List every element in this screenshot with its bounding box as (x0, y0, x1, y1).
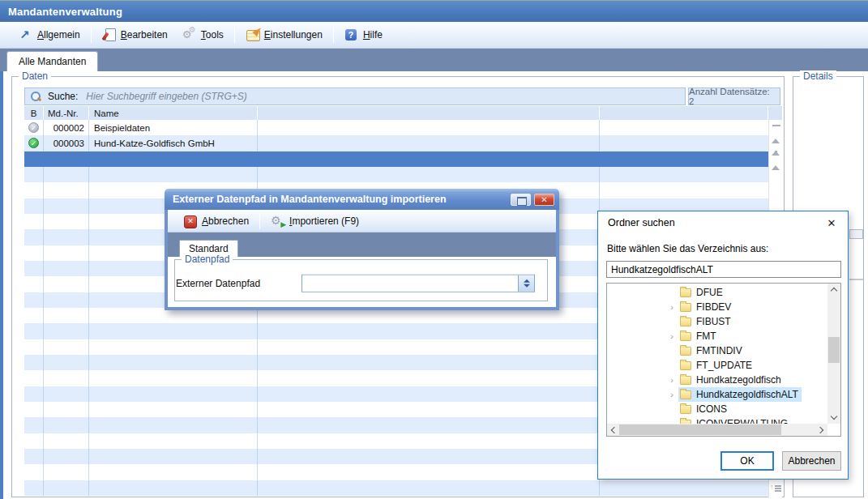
details-legend: Details (800, 70, 836, 82)
menu-item-allgemein[interactable]: Allgemein (11, 25, 88, 45)
toolbar-divider (259, 213, 260, 229)
path-spinner-button[interactable] (518, 275, 534, 292)
column-header-empty1[interactable] (258, 106, 600, 120)
search-label: Suche: (48, 91, 78, 102)
search-bar[interactable]: Suche: (24, 87, 686, 105)
tree-item-FIBUST[interactable]: FIBUST (607, 314, 827, 329)
tree-item-FT_UPDATE[interactable]: FT_UPDATE (607, 358, 827, 373)
sort-icon[interactable] (771, 484, 781, 493)
toolbar-divider (333, 27, 334, 43)
vertical-scrollbar-thumb[interactable] (828, 337, 840, 363)
folder-icon (680, 288, 691, 297)
gears-icon (182, 28, 197, 41)
import-dialog-titlebar[interactable]: Externer Datenpfad in Mandantenverwaltun… (165, 189, 559, 210)
menu-item-tools[interactable]: Tools (175, 25, 231, 45)
tab-strip: Alle Mandanten (0, 49, 868, 71)
main-titlebar: Mandantenverwaltung (0, 0, 868, 22)
tab-alle-mandanten[interactable]: Alle Mandanten (6, 51, 98, 71)
daten-legend: Daten (19, 70, 51, 82)
scroll-left-icon[interactable] (607, 424, 619, 436)
folder-name-input[interactable] (606, 261, 841, 278)
table-row[interactable] (24, 167, 768, 182)
form-icon (246, 28, 260, 41)
column-header-nav (768, 106, 782, 120)
tree-item-FMTINDIV[interactable]: FMTINDIV (607, 343, 827, 358)
horizontal-scrollbar-thumb[interactable] (619, 424, 781, 435)
folder-dialog-prompt: Bitte wählen Sie das Verzeichnis aus: (607, 243, 768, 254)
tree-item-DFUE[interactable]: DFUE (607, 285, 827, 300)
record-count-badge: Anzahl Datensätze: 2 (688, 87, 780, 105)
import-dialog-body: Abbrechen Importieren (F9) Standard Date… (165, 210, 559, 310)
abbrechen-button[interactable]: Abbrechen (782, 451, 841, 471)
vertical-scrollbar[interactable] (827, 284, 840, 424)
expand-chevron-icon[interactable]: › (665, 375, 678, 385)
column-header-empty2[interactable] (600, 106, 768, 120)
tree-item-Hundkatzegoldfisch[interactable]: ›Hundkatzegoldfisch (607, 373, 827, 387)
horizontal-scrollbar[interactable] (607, 424, 827, 436)
menu-item-einstellungen[interactable]: Einstellungen (238, 25, 330, 45)
search-input[interactable] (86, 91, 680, 102)
main-toolbar: AllgemeinBearbeitenToolsEinstellungenHil… (0, 22, 868, 49)
toolbar-divider (234, 27, 235, 43)
folder-icon (680, 390, 691, 399)
status-inactive-icon: ✓ (28, 122, 39, 133)
tree-item-label: FIBDEV (696, 301, 731, 313)
close-icon[interactable]: ✕ (823, 215, 840, 232)
externer-datenpfad-input[interactable] (302, 275, 518, 292)
table-row[interactable]: ✓000003Hund-Katze-Goldfisch GmbH (24, 135, 768, 151)
externer-datenpfad-fieldwrap (301, 275, 535, 292)
column-header-name[interactable]: Name (89, 106, 258, 120)
toolbar-divider (91, 27, 92, 43)
folder-icon (680, 376, 691, 385)
scroll-to-top-icon[interactable] (772, 125, 780, 139)
tree-item-label: DFUE (696, 287, 723, 298)
tab-standard-label: Standard (189, 243, 229, 254)
cell-name: Beispieldaten (89, 120, 258, 135)
scroll-up-icon[interactable] (772, 154, 780, 165)
menu-item-label: Einstellungen (264, 29, 323, 41)
import-dialog-toolbar: Abbrechen Importieren (F9) (168, 210, 556, 232)
scroll-right-icon[interactable] (815, 424, 827, 436)
table-row-selected[interactable] (24, 151, 768, 167)
expand-chevron-icon[interactable]: › (665, 390, 678, 399)
tree-item-label: ICONS (696, 403, 727, 415)
column-header-mdnr[interactable]: Md.-Nr. (44, 106, 89, 120)
ok-button[interactable]: OK (720, 451, 774, 471)
tree-item-FMT[interactable]: ›FMT (607, 329, 827, 343)
folder-tree: DFUE›FIBDEVFIBUST›FMTFMTINDIVFT_UPDATE›H… (606, 283, 841, 437)
minimize-icon[interactable] (511, 194, 531, 206)
table-row[interactable] (24, 480, 768, 496)
tree-item-label: FMT (696, 331, 716, 342)
close-icon[interactable] (534, 194, 554, 206)
folder-dialog: Ordner suchen ✕ Bitte wählen Sie das Ver… (597, 211, 849, 480)
tree-item-ICONS[interactable]: ICONS (607, 402, 827, 416)
scroll-up-fast-icon[interactable] (772, 139, 780, 154)
column-header-b[interactable]: B (24, 106, 44, 120)
expand-chevron-icon[interactable]: › (665, 302, 678, 312)
tree-item-ICONVERWALTUNG[interactable]: ICONVERWALTUNG (607, 416, 827, 424)
search-icon (30, 91, 41, 102)
menu-item-label: Hilfe (363, 29, 383, 41)
import-gear-icon (271, 215, 285, 228)
folder-icon (680, 405, 691, 414)
table-row[interactable]: ✓000002Beispieldaten (24, 120, 768, 135)
tree-item-label: FMTINDIV (696, 345, 742, 356)
menu-item-bearbeiten[interactable]: Bearbeiten (95, 25, 175, 45)
cell-md-nr: 000003 (44, 135, 89, 151)
abbrechen-button[interactable]: Abbrechen (176, 211, 256, 231)
window-title: Mandantenverwaltung (8, 6, 122, 18)
tree-item-label: FT_UPDATE (696, 360, 752, 371)
tree-item-HundkatzegoldfischALT[interactable]: ›HundkatzegoldfischALT (607, 387, 827, 402)
import-dialog: Externer Datenpfad in Mandantenverwaltun… (165, 189, 559, 310)
window-left-border (0, 71, 3, 499)
externer-datenpfad-label: Externer Datenpfad (176, 278, 301, 289)
folder-icon (680, 347, 691, 356)
importieren-button[interactable]: Importieren (F9) (263, 211, 366, 231)
table-header: B Md.-Nr. Name (24, 106, 782, 120)
menu-item-hilfe[interactable]: Hilfe (337, 25, 390, 45)
tree-item-FIBDEV[interactable]: ›FIBDEV (607, 300, 827, 314)
scroll-down-icon[interactable] (827, 412, 840, 424)
expand-chevron-icon[interactable]: › (665, 331, 678, 341)
menu-item-label: Bearbeiten (121, 29, 168, 41)
scroll-up-icon[interactable] (827, 284, 840, 296)
